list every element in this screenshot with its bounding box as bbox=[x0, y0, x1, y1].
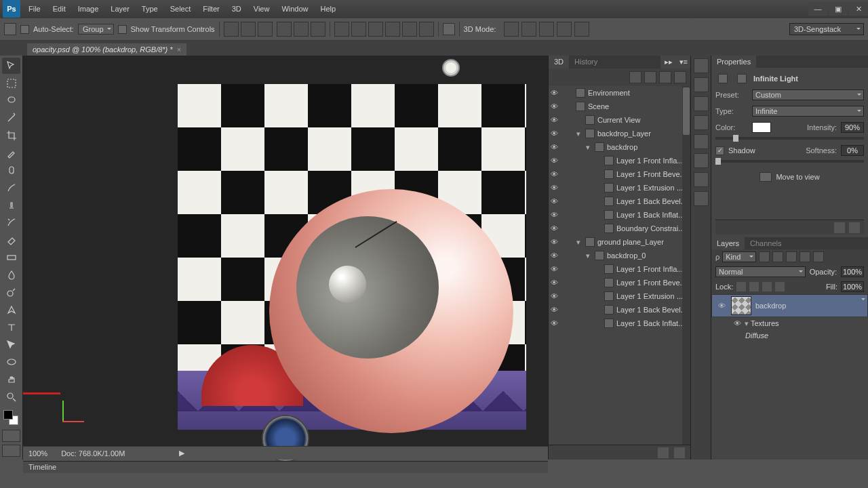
menu-edit[interactable]: Edit bbox=[47, 2, 71, 16]
canvas-area[interactable]: 100% Doc: 768.0K/1.00M ▶ Timeline bbox=[23, 56, 548, 460]
wand-tool[interactable] bbox=[2, 110, 20, 126]
visibility-toggle[interactable]: 👁 bbox=[549, 211, 559, 219]
type-tool[interactable] bbox=[2, 319, 20, 336]
screenmode-toggle[interactable] bbox=[2, 445, 20, 457]
disclosure-icon[interactable]: ▾ bbox=[574, 129, 583, 138]
shape-tool[interactable] bbox=[2, 354, 20, 370]
tree-row[interactable]: 👁▾backdrop_0 bbox=[549, 249, 690, 262]
collapsed-panel-2-icon[interactable] bbox=[694, 77, 709, 92]
document-tab[interactable]: opacity.psd @ 100% (backdrop, RGB/8*) * … bbox=[27, 43, 186, 56]
menu-select[interactable]: Select bbox=[165, 2, 197, 16]
document-viewport[interactable] bbox=[178, 84, 526, 430]
layer-thumbnail[interactable] bbox=[731, 296, 751, 315]
visibility-toggle[interactable]: 👁 bbox=[549, 143, 559, 151]
disclosure-icon[interactable]: ▾ bbox=[574, 238, 583, 247]
tree-row[interactable]: 👁Layer 1 Extrusion ... bbox=[549, 181, 690, 195]
visibility-toggle[interactable]: 👁 bbox=[549, 157, 559, 165]
tab-channels[interactable]: Channels bbox=[745, 237, 787, 249]
distribute-4-icon[interactable] bbox=[385, 22, 400, 37]
menu-layer[interactable]: Layer bbox=[105, 2, 135, 16]
align-bottom-icon[interactable] bbox=[258, 22, 273, 37]
align-vcenter-icon[interactable] bbox=[241, 22, 256, 37]
tree-row[interactable]: 👁Layer 1 Front Infla... bbox=[549, 262, 690, 276]
tab-history[interactable]: History bbox=[569, 56, 603, 68]
stamp-tool[interactable] bbox=[2, 197, 20, 214]
align-top-icon[interactable] bbox=[224, 22, 239, 37]
visibility-toggle[interactable]: 👁 bbox=[549, 251, 559, 260]
marquee-tool[interactable] bbox=[2, 75, 20, 92]
trash-icon[interactable] bbox=[849, 222, 860, 233]
move-tool[interactable] bbox=[2, 58, 20, 74]
tree-row[interactable]: 👁Layer 1 Extrusion ... bbox=[549, 289, 690, 303]
axis-gizmo[interactable] bbox=[56, 394, 84, 422]
pen-tool[interactable] bbox=[2, 302, 20, 318]
move-to-view-button[interactable]: Move to view bbox=[776, 173, 819, 181]
menu-window[interactable]: Window bbox=[276, 2, 313, 16]
scrollbar-thumb[interactable] bbox=[683, 87, 690, 135]
intensity-slider[interactable] bbox=[715, 137, 864, 140]
distribute-1-icon[interactable] bbox=[334, 22, 349, 37]
intensity-input[interactable]: 90% bbox=[841, 122, 864, 133]
3d-slide-icon[interactable] bbox=[557, 22, 572, 37]
tree-row[interactable]: 👁Layer 1 Front Infla... bbox=[549, 154, 690, 167]
align-left-icon[interactable] bbox=[277, 22, 292, 37]
collapsed-panel-6-icon[interactable] bbox=[694, 153, 709, 168]
visibility-toggle[interactable]: 👁 bbox=[732, 319, 743, 327]
zoom-tool[interactable] bbox=[2, 389, 20, 405]
filter-adjust-icon[interactable] bbox=[772, 251, 783, 262]
3d-orbit-icon[interactable] bbox=[504, 22, 519, 37]
3d-scale-icon[interactable] bbox=[574, 22, 589, 37]
heal-tool[interactable] bbox=[2, 162, 20, 178]
distribute-6-icon[interactable] bbox=[419, 22, 434, 37]
menu-file[interactable]: File bbox=[23, 2, 46, 16]
minimize-button[interactable]: — bbox=[808, 2, 827, 16]
layer-subrow[interactable]: Diffuse bbox=[711, 329, 868, 342]
path-tool[interactable] bbox=[2, 337, 20, 353]
align-right-icon[interactable] bbox=[311, 22, 326, 37]
tab-layers[interactable]: Layers bbox=[711, 237, 745, 249]
lock-trans-icon[interactable] bbox=[736, 282, 746, 291]
zoom-level[interactable]: 100% bbox=[28, 449, 47, 458]
panel-collapse-icon[interactable]: ▸▸ bbox=[660, 56, 677, 68]
crop-tool[interactable] bbox=[2, 127, 20, 144]
visibility-toggle[interactable]: 👁 bbox=[549, 184, 559, 192]
history-brush-tool[interactable] bbox=[2, 215, 20, 231]
tree-row[interactable]: 👁Environment bbox=[549, 86, 690, 100]
eyedropper-tool[interactable] bbox=[2, 145, 20, 161]
close-button[interactable]: ✕ bbox=[849, 2, 868, 16]
3d-scene-tree[interactable]: 👁Environment👁Scene👁Current View👁▾backdro… bbox=[549, 86, 690, 445]
disclosure-icon[interactable]: ▾ bbox=[584, 251, 592, 260]
visibility-toggle[interactable]: 👁 bbox=[549, 319, 559, 327]
doc-size[interactable]: Doc: 768.0K/1.00M bbox=[61, 449, 125, 458]
disclosure-icon[interactable]: ▾ bbox=[584, 143, 592, 152]
preset-dropdown[interactable]: Custom bbox=[752, 89, 864, 100]
color-swatch[interactable] bbox=[752, 122, 771, 133]
filter-type-icon[interactable] bbox=[786, 251, 797, 262]
visibility-toggle[interactable]: 👁 bbox=[549, 306, 559, 314]
panel-menu-icon[interactable]: ▾≡ bbox=[677, 56, 690, 68]
tree-row[interactable]: 👁Layer 1 Front Beve... bbox=[549, 276, 690, 289]
timeline-panel[interactable]: Timeline bbox=[23, 461, 548, 473]
menu-view[interactable]: View bbox=[248, 2, 275, 16]
tree-row[interactable]: 👁▾backdrop bbox=[549, 140, 690, 154]
show-transform-checkbox[interactable] bbox=[118, 25, 127, 34]
auto-select-checkbox[interactable] bbox=[20, 25, 29, 34]
visibility-toggle[interactable]: 👁 bbox=[549, 89, 559, 97]
tree-row[interactable]: 👁Layer 1 Back Bevel... bbox=[549, 303, 690, 317]
3d-roll-icon[interactable] bbox=[521, 22, 536, 37]
eraser-tool[interactable] bbox=[2, 232, 20, 248]
tree-row[interactable]: 👁Scene bbox=[549, 100, 690, 113]
tree-row[interactable]: 👁▾ground plane_Layer bbox=[549, 235, 690, 249]
brush-tool[interactable] bbox=[2, 180, 20, 196]
render-icon[interactable] bbox=[834, 222, 845, 233]
visibility-toggle[interactable]: 👁 bbox=[549, 102, 559, 110]
distribute-2-icon[interactable] bbox=[351, 22, 366, 37]
delete-icon[interactable] bbox=[674, 447, 685, 458]
align-hcenter-icon[interactable] bbox=[294, 22, 309, 37]
distribute-3-icon[interactable] bbox=[368, 22, 383, 37]
close-tab-icon[interactable]: × bbox=[177, 45, 181, 54]
filter-pixel-icon[interactable] bbox=[759, 251, 770, 262]
collapsed-panel-4-icon[interactable] bbox=[694, 115, 709, 130]
light-gizmo[interactable] bbox=[443, 60, 458, 75]
tree-row[interactable]: 👁Layer 1 Back Inflat... bbox=[549, 317, 690, 330]
